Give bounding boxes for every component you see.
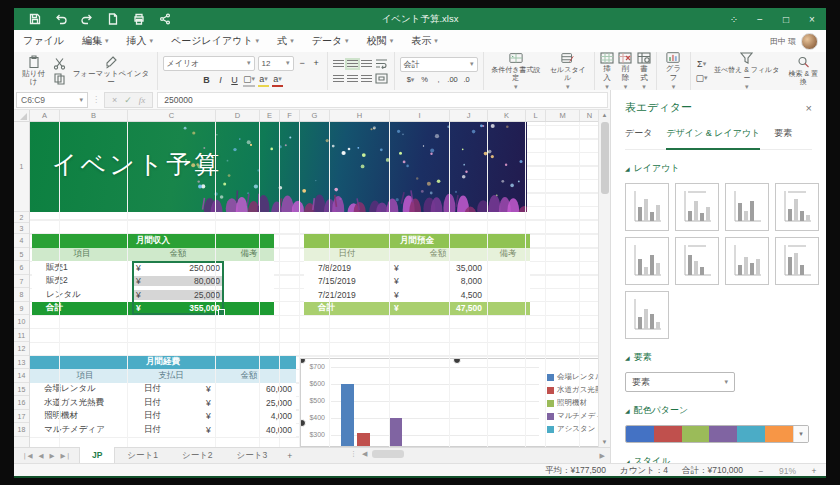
table-row[interactable]: 水道ガス光熱費日付¥25,000: [30, 396, 296, 410]
column-header-C[interactable]: C: [128, 110, 216, 121]
palette-color-1[interactable]: [626, 426, 654, 442]
row-header-12[interactable]: 12: [14, 342, 29, 356]
layout-thumbnail-6[interactable]: [675, 237, 719, 285]
highlight-color-button[interactable]: a▾: [258, 73, 269, 87]
palette-color-5[interactable]: [737, 426, 765, 442]
palette-color-3[interactable]: [682, 426, 710, 442]
align-top-button[interactable]: [333, 60, 344, 68]
elements-section-header[interactable]: ◢要素: [625, 351, 812, 364]
row-header-9[interactable]: 9: [14, 302, 29, 316]
column-header-I[interactable]: I: [390, 110, 450, 121]
row-header-16[interactable]: 16: [14, 396, 29, 410]
column-header-F[interactable]: F: [280, 110, 300, 121]
hscroll-grip-icon[interactable]: ⋮: [350, 450, 357, 458]
menu-item-5[interactable]: 式▾: [268, 34, 303, 48]
table-row[interactable]: レンタル¥25,000: [32, 288, 274, 302]
bold-button[interactable]: B: [201, 74, 212, 86]
palette-color-6[interactable]: [765, 426, 793, 442]
number-format-button-1[interactable]: $▾: [405, 74, 416, 86]
merge-cells-icon[interactable]: [375, 72, 389, 85]
color-pattern-section-header[interactable]: ◢配色パターン: [625, 404, 812, 417]
paste-button[interactable]: 貼り付け: [19, 56, 48, 87]
cut-icon[interactable]: [52, 57, 66, 70]
name-box[interactable]: C6:C9▾: [16, 92, 88, 108]
savings-table[interactable]: 月間預金日付金額備考7/8/2019¥35,0007/15/2019¥8,000…: [304, 234, 530, 315]
font-color-button[interactable]: a▾: [272, 73, 283, 87]
number-format-button-5[interactable]: .0: [461, 74, 472, 86]
formula-bar-splitter[interactable]: ⋮: [92, 95, 100, 104]
fill-range-button[interactable]: ▢▾: [696, 72, 708, 84]
elements-dropdown[interactable]: 要素▾: [625, 372, 735, 392]
sheet-tab-シート3[interactable]: シート3: [225, 447, 280, 463]
align-middle-button[interactable]: [347, 60, 358, 68]
style-section-header[interactable]: ◢スタイル: [625, 455, 812, 463]
layout-thumbnail-1[interactable]: [625, 183, 669, 231]
format-painter-button[interactable]: フォーマットペインター: [70, 56, 151, 87]
format-cells-button[interactable]: 書式▾: [637, 51, 652, 90]
layout-thumbnail-4[interactable]: [775, 183, 819, 231]
decrease-font-button[interactable]: −: [297, 57, 308, 69]
sheet-tab-シート2[interactable]: シート2: [170, 447, 225, 463]
table-total-row[interactable]: 合計¥47,500: [304, 302, 530, 316]
share-icon[interactable]: [158, 13, 171, 26]
redo-icon[interactable]: [80, 13, 93, 26]
layout-thumbnail-3[interactable]: [725, 183, 769, 231]
number-format-button-4[interactable]: .00: [447, 74, 458, 86]
row-header-5[interactable]: 5: [14, 248, 29, 262]
color-pattern-selector[interactable]: ▾: [625, 425, 809, 443]
row-header-6[interactable]: 6: [14, 261, 29, 275]
print-icon[interactable]: [132, 13, 145, 26]
row-header-7[interactable]: 7: [14, 275, 29, 289]
row-header-3[interactable]: 3: [14, 223, 29, 234]
menu-item-3[interactable]: 挿入▾: [117, 34, 162, 48]
table-total-row[interactable]: 合計¥355,000: [32, 302, 274, 316]
italic-button[interactable]: I: [215, 74, 226, 86]
row-header-2[interactable]: 2: [14, 212, 29, 223]
row-header-4[interactable]: 4: [14, 234, 29, 248]
chart-handle-top-center[interactable]: [453, 358, 461, 364]
menu-item-8[interactable]: 表示▾: [402, 34, 447, 48]
scroll-down-icon[interactable]: ▼: [599, 439, 610, 445]
layout-section-header[interactable]: ◢レイアウト: [625, 162, 812, 175]
menu-item-4[interactable]: ページレイアウト▾: [162, 34, 268, 48]
menu-item-2[interactable]: 編集▾: [73, 34, 118, 48]
insert-function-icon[interactable]: fx: [139, 95, 146, 105]
table-row[interactable]: 7/21/2019¥4,500: [304, 288, 530, 302]
column-header-D[interactable]: D: [216, 110, 260, 121]
align-center-button[interactable]: [347, 75, 358, 83]
cell-styles-button[interactable]: セルスタイル▾: [547, 52, 589, 91]
column-header-B[interactable]: B: [60, 110, 128, 121]
hscroll-left-icon[interactable]: ◀: [362, 450, 367, 458]
menu-item-7[interactable]: 校閲▾: [358, 34, 403, 48]
zoom-out-button[interactable]: −: [757, 466, 765, 476]
layout-thumbnail-9[interactable]: [625, 291, 669, 339]
copy-icon[interactable]: [52, 72, 66, 85]
formula-input[interactable]: 250000: [157, 92, 608, 108]
font-name-select[interactable]: メイリオ▾: [163, 56, 255, 71]
panel-close-icon[interactable]: ×: [806, 102, 812, 114]
zoom-in-button[interactable]: +: [810, 466, 818, 476]
first-sheet-icon[interactable]: ❘◀: [22, 452, 32, 460]
table-row[interactable]: 販売2¥80,000: [32, 275, 274, 289]
row-header-13[interactable]: 13: [14, 356, 29, 370]
prev-sheet-icon[interactable]: ◀: [38, 452, 43, 460]
column-header-L[interactable]: L: [526, 110, 546, 121]
find-replace-button[interactable]: 検索 & 置換: [786, 56, 821, 86]
vertical-scrollbar[interactable]: ▲ ▼: [598, 110, 610, 447]
last-sheet-icon[interactable]: ▶❘: [60, 452, 70, 460]
align-left-button[interactable]: [333, 75, 344, 83]
number-format-button-2[interactable]: %: [419, 74, 430, 86]
chart-bar-4[interactable]: [389, 418, 402, 447]
sort-filter-button[interactable]: 並べ替え & フィルター▾: [712, 52, 782, 91]
save-icon[interactable]: [28, 13, 41, 26]
hscroll-right-icon[interactable]: ▶: [600, 452, 605, 460]
table-row[interactable]: 会場レンタル日付¥60,000: [30, 383, 296, 397]
next-sheet-icon[interactable]: ▶: [49, 452, 54, 460]
panel-tab[interactable]: 要素: [774, 127, 792, 144]
layout-thumbnail-7[interactable]: [725, 237, 769, 285]
delete-cells-button[interactable]: 削除▾: [618, 51, 633, 90]
column-header-E[interactable]: E: [260, 110, 280, 121]
row-header-15[interactable]: 15: [14, 383, 29, 397]
chart-button[interactable]: グラフ▾: [662, 51, 684, 90]
menu-item-1[interactable]: ファイル: [14, 34, 73, 48]
